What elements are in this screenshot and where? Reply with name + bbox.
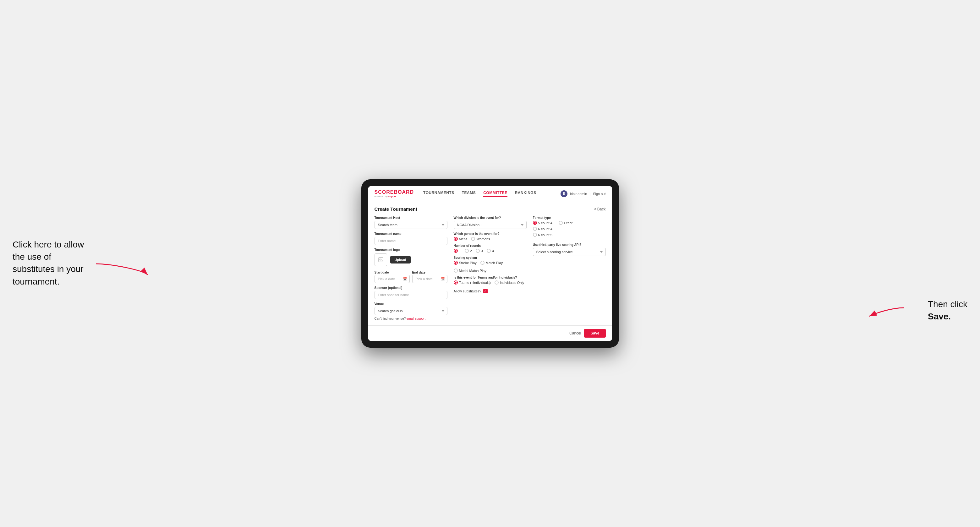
name-input[interactable] [374, 237, 447, 245]
back-button[interactable]: < Back [594, 207, 606, 211]
logo-upload-row: Upload [374, 254, 447, 266]
division-label: Which division is the event for? [454, 216, 527, 219]
rounds-2-radio[interactable] [465, 249, 469, 253]
rounds-1-radio[interactable] [454, 249, 458, 253]
date-row: Start date 📅 End date [374, 269, 447, 283]
format-6count4[interactable]: 6 count 4 [533, 227, 606, 231]
format-group: Format type 5 count 4 Other [533, 216, 606, 237]
start-calendar-icon: 📅 [403, 277, 407, 281]
logo-label: Tournament logo [374, 248, 447, 252]
gender-womens-radio[interactable] [471, 237, 475, 241]
venue-help: Can't find your venue? email support [374, 317, 447, 321]
event-type-radio-group: Teams (+Individuals) Individuals Only [454, 281, 527, 284]
event-individuals[interactable]: Individuals Only [495, 281, 524, 284]
scoring-stroke[interactable]: Stroke Play [454, 261, 477, 265]
gender-radio-group: Mens Womens [454, 237, 527, 241]
logo-text-score: SCORE [374, 189, 394, 195]
nav-committee[interactable]: COMMITTEE [483, 190, 508, 197]
rounds-4-radio[interactable] [487, 249, 491, 253]
api-select[interactable]: Select a scoring service [533, 248, 606, 256]
format-other-radio[interactable] [558, 221, 563, 225]
scoring-medal[interactable]: Medal Match Play [454, 268, 487, 273]
scoring-match-radio[interactable] [480, 261, 485, 265]
form-col-1: Tournament Host Search team Tournament n… [374, 216, 447, 321]
format-label: Format type [533, 216, 606, 219]
format-6count5-radio[interactable] [533, 233, 537, 237]
email-support-link[interactable]: email support [407, 317, 425, 321]
tablet-screen: SCOREBOARD Powered by clippd TOURNAMENTS… [368, 186, 612, 341]
scoring-group: Scoring system Stroke Play Match Play [454, 256, 527, 273]
user-name: blair admin [570, 192, 587, 196]
annotation-right: Then click Save. [928, 298, 967, 322]
annotation-left: Click here to allow the use of substitut… [13, 238, 94, 288]
page-header: Create Tournament < Back [374, 206, 606, 212]
event-teams[interactable]: Teams (+Individuals) [454, 281, 491, 284]
logo-text-board: BOARD [394, 189, 414, 195]
venue-select[interactable]: Search golf club [374, 307, 447, 315]
venue-label: Venue [374, 302, 447, 306]
format-row-1: 5 count 4 Other [533, 221, 606, 225]
format-6count4-radio[interactable] [533, 227, 537, 231]
end-date-group: End date 📅 [412, 269, 447, 283]
rounds-3[interactable]: 3 [476, 249, 483, 253]
logo-group: Tournament logo Upload [374, 248, 447, 266]
scoring-medal-radio[interactable] [454, 268, 458, 273]
event-individuals-radio[interactable] [495, 281, 499, 284]
rounds-radio-group: 1 2 3 [454, 249, 527, 253]
logo-powered: Powered by clippd [374, 195, 414, 198]
format-5count4-radio[interactable] [533, 221, 537, 225]
scoring-label: Scoring system [454, 256, 527, 259]
page-content: Create Tournament < Back Tournament Host… [368, 201, 612, 325]
event-teams-radio[interactable] [454, 281, 458, 284]
substitutes-checkbox[interactable] [483, 289, 488, 293]
gender-womens[interactable]: Womens [471, 237, 490, 241]
event-type-label: Is this event for Teams and/or Individua… [454, 276, 527, 279]
rounds-4[interactable]: 4 [487, 249, 494, 253]
host-select[interactable]: Search team [374, 221, 447, 229]
format-5count4[interactable]: 5 count 4 [533, 221, 552, 225]
scoring-match[interactable]: Match Play [480, 261, 503, 265]
sponsor-input[interactable] [374, 291, 447, 299]
rounds-3-radio[interactable] [476, 249, 480, 253]
division-select[interactable]: NCAA Division I [454, 221, 527, 229]
gender-mens-radio[interactable] [454, 237, 458, 241]
end-date-label: End date [412, 271, 425, 274]
nav-links: TOURNAMENTS TEAMS COMMITTEE RANKINGS [423, 190, 560, 197]
venue-group: Venue Search golf club Can't find your v… [374, 302, 447, 321]
substitutes-row: Allow substitutes? [454, 289, 527, 293]
scoring-radio-group: Stroke Play Match Play Medal Match Play [454, 261, 527, 273]
form-col-2: Which division is the event for? NCAA Di… [454, 216, 527, 321]
page-title: Create Tournament [374, 206, 417, 212]
api-label: Use third-party live scoring API? [533, 243, 606, 246]
save-button[interactable]: Save [584, 329, 606, 338]
scoring-stroke-radio[interactable] [454, 261, 458, 265]
gender-mens[interactable]: Mens [454, 237, 468, 241]
rounds-2[interactable]: 2 [465, 249, 472, 253]
host-label: Tournament Host [374, 216, 447, 219]
nav-rankings[interactable]: RANKINGS [515, 190, 536, 197]
format-options: 5 count 4 Other 6 count 4 [533, 221, 606, 237]
nav-tournaments[interactable]: TOURNAMENTS [423, 190, 454, 197]
rounds-group: Number of rounds 1 2 [454, 244, 527, 253]
end-calendar-icon: 📅 [441, 277, 445, 281]
form-footer: Cancel Save [368, 325, 612, 341]
logo-preview [374, 254, 387, 266]
event-type-group: Is this event for Teams and/or Individua… [454, 276, 527, 284]
start-date-group: Start date 📅 [374, 269, 410, 283]
start-date-wrap: 📅 [374, 275, 410, 283]
name-label: Tournament name [374, 232, 447, 235]
host-group: Tournament Host Search team [374, 216, 447, 229]
rounds-1[interactable]: 1 [454, 249, 461, 253]
cancel-button[interactable]: Cancel [570, 331, 581, 335]
sponsor-group: Sponsor (optional) [374, 286, 447, 299]
api-group: Use third-party live scoring API? Select… [533, 243, 606, 256]
gender-group: Which gender is the event for? Mens Wome… [454, 232, 527, 241]
format-6count5[interactable]: 6 count 5 [533, 233, 606, 237]
dates-group: Start date 📅 End date [374, 269, 447, 283]
upload-button[interactable]: Upload [390, 256, 410, 264]
signout-link[interactable]: Sign out [593, 192, 606, 196]
nav-teams[interactable]: TEAMS [462, 190, 476, 197]
end-date-wrap: 📅 [412, 275, 447, 283]
format-other[interactable]: Other [558, 221, 573, 225]
user-avatar: B [560, 190, 568, 197]
